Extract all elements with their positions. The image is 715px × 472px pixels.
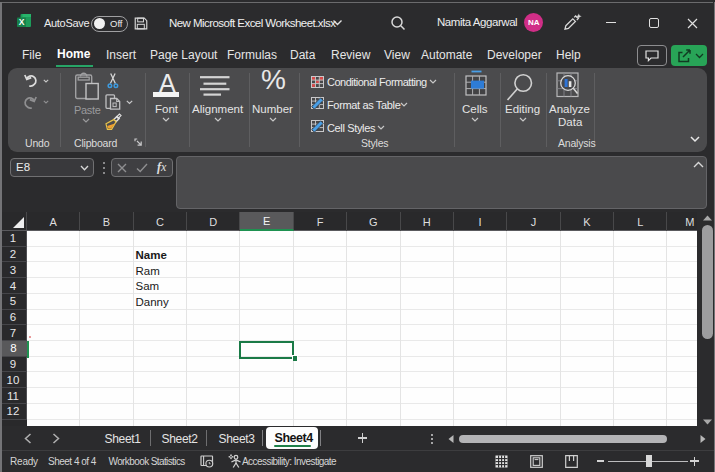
svg-text:X: X [19,17,25,27]
